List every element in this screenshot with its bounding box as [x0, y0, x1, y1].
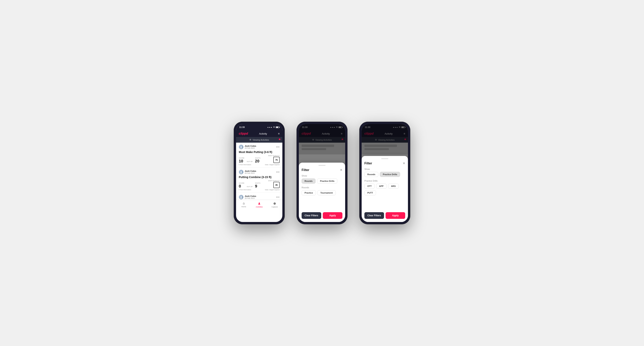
signal-icon-1: ▲▲▲ — [267, 126, 272, 128]
sheet-footer-2: Clear Filters Apply — [302, 210, 342, 222]
scene: 11:33 ▲▲▲ ⌘ clippd Activity ≡ — [222, 110, 422, 236]
avatar-3 — [239, 195, 244, 199]
wifi-icon-1: ⌘ — [273, 126, 275, 128]
user-date-2: 28 Feb 2023 — [245, 172, 256, 174]
show-label-2: Show — [302, 174, 342, 177]
shots-group-2: Shots 9 — [255, 182, 260, 188]
user-info-2: Josh Coles 28 Feb 2023 — [239, 170, 256, 174]
quality-badge-2: 45 — [273, 182, 280, 188]
stats-row-1: Score 10 OUT OF Shots 20 Shot Quality 75 — [239, 155, 280, 163]
score-label-2: Score — [239, 182, 244, 184]
outof-2: OUT OF — [247, 186, 252, 187]
chip-putt-3[interactable]: PUTT — [364, 190, 376, 195]
svg-point-4 — [240, 196, 242, 197]
activities-label: Activities — [256, 206, 263, 208]
shots-value-2: 9 — [255, 184, 260, 188]
more-menu-3[interactable]: ••• — [276, 195, 280, 199]
quality-badge-1: 75 — [273, 157, 280, 163]
score-label-1: Score — [239, 157, 244, 159]
data-source-1: Data: Clippd Capture — [265, 164, 280, 166]
clear-filters-2[interactable]: Clear Filters — [302, 212, 321, 219]
tab-capture[interactable]: ⊕ Capture — [267, 202, 282, 208]
score-value-1: 10 — [239, 159, 244, 163]
quality-label-2: Shot Quality — [268, 180, 280, 182]
item-footer-2: ℹ Test Information Data: Clippd Capture — [239, 189, 280, 191]
more-menu-2[interactable]: ••• — [276, 171, 280, 173]
user-info-3: Josh Coles 28 Feb 2023 — [239, 195, 256, 199]
activity-title-1: Must Make Putting (3-6 ft) — [239, 151, 280, 154]
apply-2[interactable]: Apply — [323, 212, 342, 219]
phone-2-screen: 11:33 ▲▲▲ ⌘ clippd Activity ≡ — [299, 124, 345, 222]
phone-1: 11:33 ▲▲▲ ⌘ clippd Activity ≡ — [234, 122, 285, 224]
user-text-3: Josh Coles 28 Feb 2023 — [245, 195, 256, 199]
svg-point-2 — [240, 171, 242, 172]
info-icon-2: ℹ — [239, 189, 240, 191]
activity-title-2: Putting Combine (3-15 ft) — [239, 175, 280, 179]
user-name-2: Josh Coles — [245, 170, 256, 172]
activity-list-1: Josh Coles 28 Feb 2023 ••• Must Make Put… — [236, 143, 282, 200]
capture-label: Capture — [272, 206, 278, 208]
user-name-1: Josh Coles — [245, 145, 256, 147]
user-date-1: 28 Feb 2023 — [245, 147, 256, 149]
test-info-1: ℹ Test Information — [239, 164, 251, 166]
user-text-1: Josh Coles 28 Feb 2023 — [245, 145, 256, 149]
chip-app-3[interactable]: APP — [376, 183, 386, 189]
stats-row-2: Score 0 OUT OF Shots 9 Shot Quality 45 — [239, 180, 280, 188]
chip-rounds-2[interactable]: Rounds — [302, 178, 316, 183]
outof-1: OUT OF — [247, 161, 252, 163]
user-info-1: Josh Coles 28 Feb 2023 — [239, 145, 256, 149]
score-group-1: Score 10 — [239, 157, 244, 163]
chip-tournament-2[interactable]: Tournament — [318, 190, 336, 195]
filter-title-2: Filter — [302, 168, 309, 172]
svg-point-0 — [240, 146, 242, 147]
tab-home[interactable]: ⌂ Home — [236, 202, 252, 208]
capture-icon: ⊕ — [273, 202, 276, 205]
sheet-header-3: Filter ✕ — [364, 162, 405, 165]
chip-ott-3[interactable]: OTT — [364, 183, 374, 189]
item-header-2: Josh Coles 28 Feb 2023 ••• — [239, 170, 280, 174]
chip-rounds-3[interactable]: Rounds — [364, 172, 378, 177]
shots-label-1: Shots — [255, 157, 260, 159]
more-menu-1[interactable]: ••• — [276, 145, 280, 149]
activity-item-1: Josh Coles 28 Feb 2023 ••• Must Make Put… — [236, 143, 282, 168]
phone-3-screen: 11:33 ▲▲▲ ⌘ clippd Activity ≡ — [362, 124, 408, 222]
phone-1-screen: 11:33 ▲▲▲ ⌘ clippd Activity ≡ — [236, 124, 282, 222]
score-group-2: Score 0 — [239, 182, 244, 188]
home-icon: ⌂ — [243, 202, 245, 205]
info-label-2: Test Information — [240, 189, 251, 191]
item-footer-1: ℹ Test Information Data: Clippd Capture — [239, 164, 280, 166]
chip-practice-2[interactable]: Practice — [302, 190, 316, 195]
user-date-3: 28 Feb 2023 — [245, 197, 256, 199]
viewing-bar-wrap-1: ⚙ Viewing Activities — [236, 137, 282, 143]
tab-activities[interactable]: ♟ Activities — [252, 202, 267, 208]
status-icons-1: ▲▲▲ ⌘ — [267, 126, 279, 128]
menu-icon-1[interactable]: ≡ — [278, 132, 280, 135]
red-dot-1 — [279, 139, 280, 140]
show-chips-2: Rounds Practice Drills — [302, 178, 342, 183]
chip-practice-drills-3[interactable]: Practice Drills — [380, 172, 400, 177]
quality-group-1: Shot Quality 75 — [268, 155, 280, 163]
drills-label-3: Practice Drills — [364, 180, 405, 182]
filter-sheet-2: Filter ✕ Show Rounds Practice Drills Rou… — [299, 163, 345, 222]
drills-chips-3: OTT APP ARG PUTT — [364, 183, 405, 195]
close-filter-3[interactable]: ✕ — [403, 162, 405, 165]
header-title-1: Activity — [259, 132, 267, 135]
user-text-2: Josh Coles 28 Feb 2023 — [245, 170, 256, 174]
viewing-label-1: Viewing Activities — [252, 139, 269, 141]
chip-practice-drills-2[interactable]: Practice Drills — [317, 178, 337, 183]
chip-arg-3[interactable]: ARG — [388, 183, 399, 189]
status-bar-1: 11:33 ▲▲▲ ⌘ — [236, 124, 282, 130]
viewing-icon-1: ⚙ — [250, 139, 251, 141]
user-name-3: Josh Coles — [245, 195, 256, 197]
viewing-bar-1[interactable]: ⚙ Viewing Activities — [236, 137, 282, 143]
phone-3: 11:33 ▲▲▲ ⌘ clippd Activity ≡ — [359, 122, 410, 224]
svg-point-3 — [240, 173, 242, 173]
info-label-1: Test Information — [240, 164, 251, 166]
apply-3[interactable]: Apply — [386, 212, 405, 219]
sheet-header-2: Filter ✕ — [302, 168, 342, 172]
home-label: Home — [241, 206, 246, 208]
info-icon-1: ℹ — [239, 164, 240, 166]
clear-filters-3[interactable]: Clear Filters — [364, 212, 384, 219]
close-filter-2[interactable]: ✕ — [340, 168, 342, 172]
test-info-2: ℹ Test Information — [239, 189, 251, 191]
